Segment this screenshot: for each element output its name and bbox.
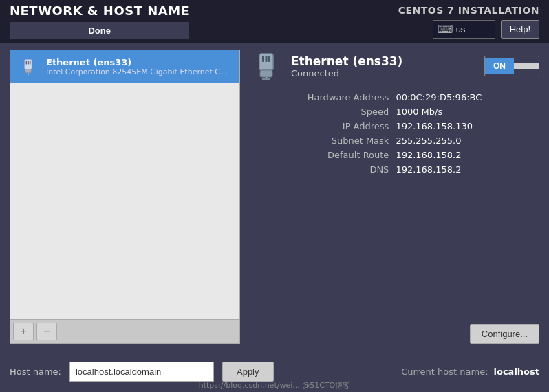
- header-left: NETWORK & HOST NAME Done: [10, 3, 189, 39]
- svg-rect-4: [25, 69, 32, 73]
- centos-title: CENTOS 7 INSTALLATION: [398, 5, 539, 16]
- device-header: Ethernet (ens33) Connected ON: [250, 50, 539, 83]
- device-info: Ethernet (ens33) Connected: [250, 50, 402, 83]
- device-detail-panel: Ethernet (ens33) Connected ON Hardware A…: [250, 50, 539, 344]
- done-button[interactable]: Done: [10, 22, 189, 39]
- page-title: NETWORK & HOST NAME: [10, 3, 189, 18]
- network-list-panel: Ethernet (ens33) Intel Corporation 82545…: [10, 50, 240, 344]
- device-name: Ethernet (ens33): [291, 54, 402, 68]
- ip-address-label: IP Address: [250, 121, 396, 131]
- keyboard-input[interactable]: ⌨: [433, 20, 495, 39]
- network-item-text: Ethernet (ens33) Intel Corporation 82545…: [46, 57, 228, 76]
- device-status: Connected: [291, 68, 402, 78]
- svg-rect-12: [262, 78, 270, 80]
- configure-button[interactable]: Configure...: [470, 324, 539, 344]
- speed-value: 1000 Mb/s: [396, 107, 539, 117]
- main-content: Ethernet (ens33) Intel Corporation 82545…: [0, 43, 549, 351]
- hostname-label: Host name:: [10, 367, 61, 377]
- help-button[interactable]: Help!: [501, 20, 539, 39]
- network-item-ens33[interactable]: Ethernet (ens33) Intel Corporation 82545…: [10, 50, 239, 83]
- device-name-group: Ethernet (ens33) Connected: [291, 54, 402, 78]
- network-item-desc: Intel Corporation 82545EM Gigabit Ethern…: [46, 67, 228, 76]
- svg-rect-9: [268, 56, 270, 62]
- network-item-name: Ethernet (ens33): [46, 57, 228, 67]
- keyboard-icon: ⌨: [438, 23, 453, 36]
- svg-rect-8: [266, 56, 268, 62]
- current-host-area: Current host name: localhost: [401, 367, 539, 377]
- add-network-button[interactable]: +: [13, 323, 34, 340]
- remove-network-button[interactable]: −: [36, 323, 57, 340]
- keyboard-lang-input[interactable]: [456, 24, 491, 34]
- network-list-body: [10, 83, 239, 319]
- svg-rect-7: [262, 56, 264, 62]
- toggle-container[interactable]: ON: [484, 56, 539, 76]
- svg-rect-10: [260, 70, 272, 77]
- default-route-value: 192.168.158.2: [396, 150, 539, 160]
- toggle-on-button[interactable]: ON: [485, 58, 514, 74]
- hardware-address-value: 00:0C:29:D5:96:BC: [396, 92, 539, 102]
- svg-rect-1: [26, 61, 28, 64]
- ethernet-icon: [17, 56, 39, 78]
- default-route-label: Default Route: [250, 150, 396, 160]
- apply-button[interactable]: Apply: [222, 362, 274, 382]
- dns-label: DNS: [250, 164, 396, 175]
- configure-btn-row: Configure...: [250, 324, 539, 344]
- header-controls: ⌨ Help!: [433, 20, 539, 39]
- speed-label: Speed: [250, 107, 396, 117]
- svg-rect-3: [28, 61, 29, 64]
- bottom-bar: Host name: Apply Current host name: loca…: [0, 351, 549, 392]
- device-ethernet-icon: [250, 50, 283, 83]
- svg-rect-2: [30, 61, 31, 64]
- current-host-label: Current host name:: [401, 367, 488, 377]
- dns-value: 192.168.158.2: [396, 164, 539, 175]
- network-details-table: Hardware Address 00:0C:29:D5:96:BC Speed…: [250, 92, 539, 175]
- network-actions: + −: [10, 319, 239, 343]
- hardware-address-label: Hardware Address: [250, 92, 396, 102]
- subnet-mask-value: 255.255.255.0: [396, 135, 539, 146]
- header-right: CENTOS 7 INSTALLATION ⌨ Help!: [398, 5, 539, 39]
- hostname-input[interactable]: [69, 362, 214, 382]
- ip-address-value: 192.168.158.130: [396, 121, 539, 131]
- toggle-off-button[interactable]: [514, 63, 539, 69]
- header: NETWORK & HOST NAME Done CENTOS 7 INSTAL…: [0, 0, 549, 43]
- current-host-value: localhost: [494, 367, 539, 377]
- watermark: https://blog.csdn.net/wei... @51CTO博客: [199, 380, 351, 391]
- subnet-mask-label: Subnet Mask: [250, 135, 396, 146]
